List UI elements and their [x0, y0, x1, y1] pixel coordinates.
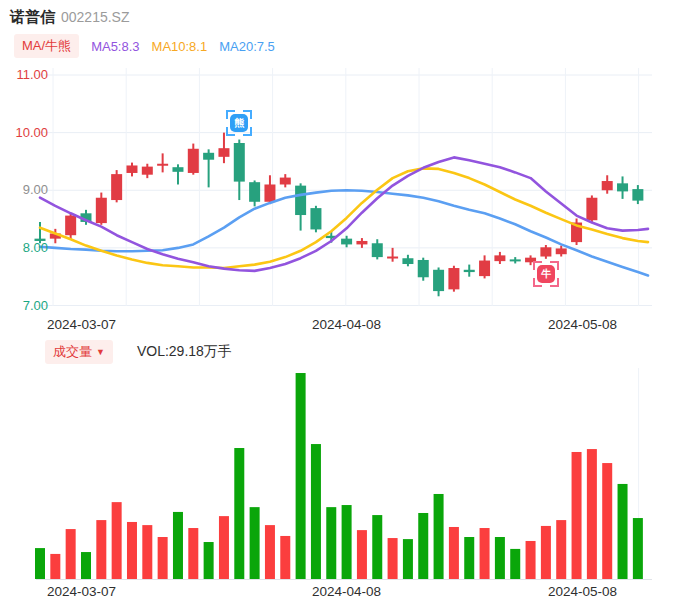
candle-body	[280, 178, 291, 185]
volume-bar	[633, 518, 643, 579]
volume-bar	[311, 444, 321, 579]
candle-body	[111, 174, 122, 200]
volume-bar	[403, 539, 413, 579]
volume-bar	[418, 513, 428, 579]
candle-body	[402, 258, 413, 264]
volume-bar	[96, 520, 106, 579]
volume-bar	[265, 525, 275, 579]
price-axis-label: 7.00	[2, 298, 48, 314]
bear-signal-marker[interactable]: 熊	[226, 110, 252, 136]
volume-bar	[142, 525, 152, 579]
candle-body	[372, 243, 383, 257]
volume-bar	[556, 520, 566, 579]
candle-body	[188, 149, 199, 173]
candle-body	[356, 241, 367, 244]
candle-body	[341, 239, 352, 245]
candle-body	[157, 164, 168, 166]
volume-bar	[342, 505, 352, 579]
candle-body	[264, 184, 275, 201]
volume-bar	[618, 484, 628, 579]
candle-body	[433, 270, 444, 291]
candle-body	[556, 248, 567, 254]
candle-body	[295, 186, 306, 215]
volume-readout: VOL:29.18万手	[137, 343, 232, 361]
volume-bar	[541, 526, 551, 579]
volume-bar	[602, 463, 612, 579]
candle-body	[387, 257, 398, 259]
candle-body	[540, 247, 551, 256]
volume-bar	[357, 530, 367, 579]
candle-body	[142, 167, 153, 175]
volume-bar	[280, 536, 290, 579]
candle-body	[494, 255, 505, 261]
date-axis-label: 2024-04-08	[312, 317, 381, 333]
candle-body	[448, 268, 459, 289]
volume-bar	[296, 373, 306, 579]
candle-body	[632, 189, 643, 201]
bull-icon: 牛	[537, 265, 555, 283]
volume-bar	[434, 494, 444, 579]
volume-bar	[66, 529, 76, 579]
volume-bar	[326, 507, 336, 579]
volume-bar	[372, 515, 382, 579]
candle-body	[96, 198, 107, 223]
candle-body	[479, 261, 490, 277]
volume-bar	[526, 541, 536, 579]
volume-bar	[35, 548, 45, 579]
candle-body	[234, 143, 245, 182]
stock-chart-app: 诺普信002215.SZ MA/牛熊 MA5:8.3MA10:8.1MA20:7…	[0, 0, 686, 606]
candle-body	[249, 182, 260, 202]
price-axis-label: 11.00	[2, 67, 48, 83]
candle-body	[126, 165, 137, 172]
bull-signal-marker[interactable]: 牛	[533, 261, 559, 287]
volume-bar	[50, 554, 60, 579]
price-axis-label: 10.00	[2, 125, 48, 141]
candle-body	[172, 167, 183, 172]
volume-bar	[204, 542, 214, 579]
date-axis-label: 2024-04-08	[312, 584, 381, 600]
volume-bar	[250, 507, 260, 579]
volume-bar	[449, 527, 459, 579]
volume-legend: 成交量 ▼ VOL:29.18万手	[45, 341, 232, 363]
date-axis-label: 2024-05-08	[548, 317, 617, 333]
price-axis-label: 8.00	[2, 240, 48, 256]
candle-body	[203, 153, 214, 160]
candle-body	[464, 270, 475, 272]
date-axis-label: 2024-03-07	[47, 317, 116, 333]
candle-body	[617, 183, 628, 191]
candle-body	[586, 198, 597, 220]
volume-bar	[219, 516, 229, 579]
volume-bar	[480, 528, 490, 579]
volume-bar	[112, 502, 122, 579]
volume-bar	[127, 522, 137, 579]
volume-bar	[464, 537, 474, 579]
volume-selector-badge[interactable]: 成交量 ▼	[45, 340, 113, 364]
candle-body	[510, 259, 521, 261]
volume-bar	[188, 528, 198, 579]
date-axis-label: 2024-05-08	[548, 584, 617, 600]
candle-body	[65, 216, 76, 236]
volume-bar	[388, 538, 398, 579]
price-axis-label: 9.00	[2, 182, 48, 198]
volume-bar	[587, 449, 597, 579]
volume-bar	[158, 537, 168, 579]
volume-bar	[510, 549, 520, 579]
kline-volume-chart[interactable]	[0, 0, 686, 606]
candle-body	[602, 181, 613, 190]
volume-selector-label: 成交量	[53, 343, 92, 361]
candle-body	[218, 148, 229, 157]
volume-bar	[234, 448, 244, 579]
volume-bar	[173, 512, 183, 579]
candle-body	[418, 260, 429, 277]
volume-bar	[81, 552, 91, 579]
volume-bar	[572, 452, 582, 579]
volume-bar	[495, 537, 505, 579]
bear-icon: 熊	[230, 114, 248, 132]
date-axis-label: 2024-03-07	[47, 584, 116, 600]
dropdown-arrow-icon: ▼	[96, 347, 105, 357]
candle-body	[310, 208, 321, 229]
